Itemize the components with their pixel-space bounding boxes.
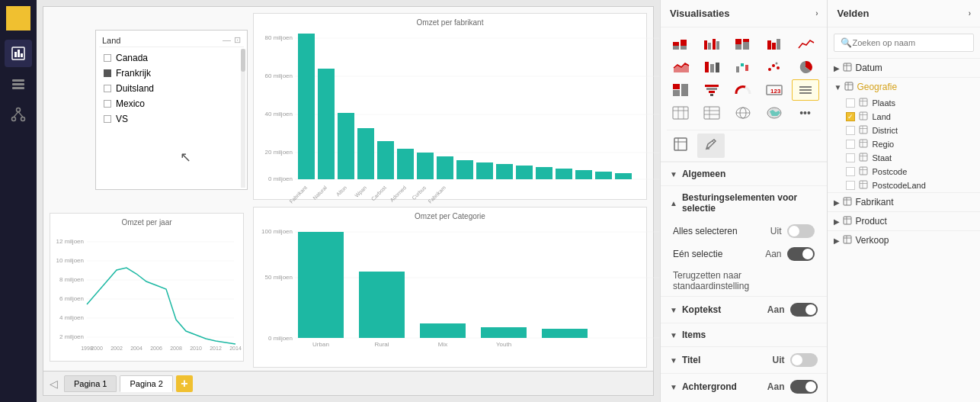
- vis-stacked-col[interactable]: [761, 34, 788, 55]
- slicer-item[interactable]: Frankrijk: [99, 66, 244, 81]
- slicer-item-checkbox: [104, 115, 111, 123]
- section-items[interactable]: ▼ Items: [661, 323, 827, 346]
- svg-rect-89: [681, 46, 687, 50]
- titel-toggle[interactable]: [790, 353, 818, 367]
- svg-rect-168: [844, 198, 851, 205]
- vis-ribbon[interactable]: [698, 56, 725, 78]
- field-item[interactable]: PostcodeLand: [828, 178, 980, 192]
- een-selectie-toggle[interactable]: [787, 247, 815, 261]
- fields-panel-chevron[interactable]: ›: [969, 9, 971, 18]
- vis-clustered-bar[interactable]: [698, 34, 725, 55]
- svg-text:2014: 2014: [229, 346, 242, 351]
- vis-panel-chevron[interactable]: ›: [815, 9, 818, 18]
- field-group-header-verkoop[interactable]: ▶Verkoop: [828, 231, 980, 249]
- vis-matrix[interactable]: [698, 102, 725, 124]
- field-group-product: ▶Product: [828, 211, 980, 230]
- vis-card[interactable]: 123: [761, 79, 788, 101]
- section-algemeen[interactable]: ▼ Algemeen: [661, 162, 827, 185]
- vis-more[interactable]: •••: [792, 102, 819, 124]
- left-sidebar: [0, 0, 37, 402]
- vis-pie[interactable]: [792, 56, 819, 78]
- category-chart-title: Omzet per Categorie: [258, 212, 642, 220]
- section-besturingselementen-label: Besturingselementen voor selectie: [682, 192, 818, 214]
- svg-rect-78: [359, 272, 405, 338]
- svg-rect-62: [615, 173, 632, 179]
- slicer-minimize[interactable]: —: [223, 35, 231, 45]
- field-item[interactable]: District: [828, 124, 980, 137]
- vis-treemap[interactable]: [667, 79, 694, 101]
- field-item[interactable]: Plaats: [828, 96, 980, 110]
- vis-waterfall[interactable]: [729, 56, 757, 78]
- slicer-item-label: Frankrijk: [116, 68, 151, 79]
- vis-table[interactable]: [667, 102, 694, 124]
- reset-button[interactable]: Terugzetten naar standaardinstelling: [661, 265, 827, 296]
- vis-line[interactable]: [792, 34, 819, 55]
- section-titel[interactable]: ▼ Titel Uit: [661, 346, 827, 373]
- svg-text:10 miljoen: 10 miljoen: [56, 257, 84, 264]
- svg-point-108: [768, 68, 771, 71]
- koptekst-toggle-row: Aan: [767, 303, 818, 317]
- vis-filled-map[interactable]: [761, 102, 788, 124]
- nav-data[interactable]: [5, 70, 32, 98]
- field-item-icon: [860, 167, 867, 176]
- svg-rect-103: [710, 64, 714, 72]
- field-group-header-product[interactable]: ▶Product: [828, 212, 980, 230]
- vis-scatter[interactable]: [761, 56, 788, 78]
- vis-funnel[interactable]: [698, 79, 725, 101]
- vis-map[interactable]: [729, 102, 757, 124]
- nav-model[interactable]: [5, 101, 32, 128]
- svg-rect-99: [772, 43, 776, 50]
- vis-stacked-bar[interactable]: [667, 34, 694, 55]
- field-group-header-fabrikant[interactable]: ▶Fabrikant: [828, 193, 980, 211]
- field-item-label: District: [872, 126, 898, 135]
- achtergrond-toggle[interactable]: [790, 380, 818, 394]
- fields-search[interactable]: 🔍: [834, 34, 974, 52]
- field-item[interactable]: Postcode: [828, 165, 980, 178]
- section-koptekst[interactable]: ▼ Koptekst Aan: [661, 296, 827, 323]
- vis-area[interactable]: [667, 56, 694, 78]
- field-item[interactable]: Staat: [828, 151, 980, 165]
- field-group-header-datum[interactable]: ▶Datum: [828, 59, 980, 77]
- slicer-item[interactable]: Canada: [99, 50, 244, 66]
- slicer-header: Land — ⊡: [99, 34, 244, 47]
- vis-gauge[interactable]: [729, 79, 757, 101]
- svg-rect-162: [860, 167, 867, 175]
- koptekst-toggle[interactable]: [790, 303, 818, 317]
- svg-rect-77: [298, 232, 344, 338]
- vis-slicer[interactable]: [792, 79, 819, 101]
- fields-search-input[interactable]: [852, 38, 967, 47]
- slicer-title: Land: [102, 36, 120, 45]
- slicer-item[interactable]: Mexico: [99, 96, 244, 111]
- vis-tab-fields[interactable]: [667, 133, 694, 158]
- canvas-area[interactable]: Land — ⊡ CanadaFrankrijkDuitslandMexicoV…: [43, 6, 654, 396]
- page-tab-1[interactable]: Pagina 1: [64, 375, 117, 392]
- field-item[interactable]: Land: [828, 110, 980, 124]
- nav-report[interactable]: [5, 40, 32, 67]
- svg-rect-6: [21, 53, 23, 57]
- alles-selecteren-toggle[interactable]: [787, 224, 815, 238]
- app-logo: [6, 6, 30, 31]
- slicer-widget: Land — ⊡ CanadaFrankrijkDuitslandMexicoV…: [95, 30, 248, 190]
- section-koptekst-label: Koptekst: [682, 304, 721, 315]
- section-besturingselementen[interactable]: ▲ Besturingselementen voor selectie: [661, 185, 827, 220]
- vis-100pct-bar[interactable]: [729, 34, 757, 55]
- slicer-restore[interactable]: ⊡: [234, 35, 241, 45]
- slicer-scrollbar[interactable]: [241, 49, 245, 188]
- svg-text:Urban: Urban: [312, 341, 329, 348]
- svg-rect-52: [417, 153, 434, 179]
- slicer-item[interactable]: Duitsland: [99, 81, 244, 96]
- page-tab-2[interactable]: Pagina 2: [120, 375, 172, 392]
- field-item[interactable]: Regio: [828, 137, 980, 151]
- field-group-icon: [843, 63, 852, 73]
- svg-rect-60: [575, 170, 592, 179]
- vis-tab-format[interactable]: [697, 133, 725, 158]
- slicer-item[interactable]: VS: [99, 111, 244, 127]
- alles-selecteren-label: Alles selecteren: [673, 226, 738, 236]
- page-nav-prev[interactable]: ◁: [50, 378, 58, 390]
- svg-rect-100: [777, 39, 780, 50]
- section-achtergrond[interactable]: ▼ Achtergrond Aan: [661, 373, 827, 400]
- field-group-header-geografie[interactable]: ▼Geografie: [828, 78, 980, 96]
- svg-point-11: [12, 117, 16, 121]
- slicer-item-checkbox: [104, 100, 111, 108]
- page-tab-add[interactable]: +: [176, 375, 193, 392]
